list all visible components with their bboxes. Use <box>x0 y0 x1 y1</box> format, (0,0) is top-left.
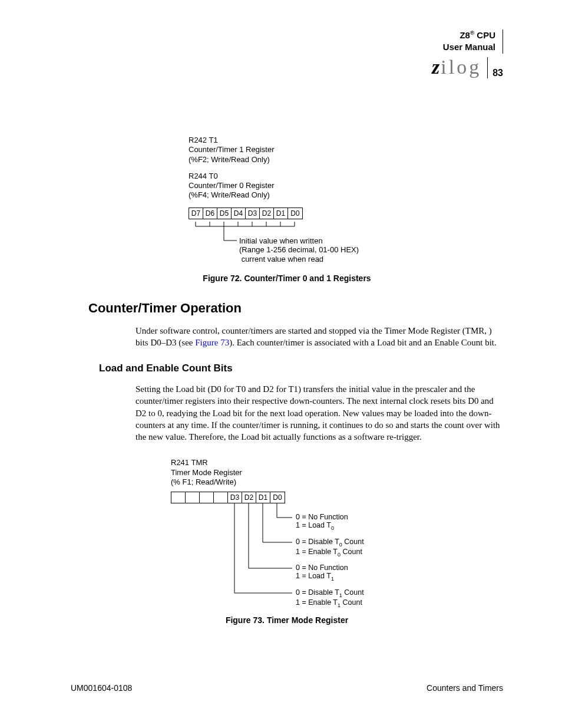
d2-text: 0 = No Function 1 = Load T1 <box>296 564 348 582</box>
page: Z8® CPU User Manual zilog 83 R242 T1 Cou… <box>0 0 562 728</box>
logo-row: zilog 83 <box>432 57 503 78</box>
callout-73-lines-icon <box>171 503 406 615</box>
bit-row-73: D3 D2 D1 D0 <box>171 492 285 503</box>
bit-cell <box>186 492 200 503</box>
bit-cell <box>214 492 228 503</box>
bit-cell: D1 <box>274 208 288 219</box>
bit-cell <box>200 492 214 503</box>
subsection-heading: Load and Enable Count Bits <box>99 363 503 374</box>
bit-cell <box>171 492 186 503</box>
footer-right: Counters and Timers <box>427 683 503 693</box>
d3-text: 0 = Disable T1 Count 1 = Enable T1 Count <box>296 588 364 608</box>
figure-73-diagram: R241 TMR Timer Mode Register (% F1; Read… <box>171 458 503 615</box>
content: R242 T1 Counter/Timer 1 Register (%F2; W… <box>71 29 503 625</box>
bit-cell: D4 <box>232 208 246 219</box>
zilog-logo: zilog <box>432 57 488 78</box>
bit-cell: D0 <box>288 208 302 219</box>
bit-cell: D3 <box>228 492 242 503</box>
reg73-desc: R241 TMR Timer Mode Register (% F1; Read… <box>171 458 503 487</box>
doc-title: Z8® CPU User Manual <box>443 29 503 54</box>
bit-row-72: D7 D6 D5 D4 D3 D2 D1 D0 <box>189 207 303 219</box>
section-heading: Counter/Timer Operation <box>88 301 503 316</box>
figure-73-caption: Figure 73. Timer Mode Register <box>71 615 503 625</box>
d0-text: 0 = No Function 1 = Load T0 <box>296 513 348 531</box>
bit-cell: D2 <box>260 208 274 219</box>
figure-73-link[interactable]: Figure 73 <box>195 338 229 347</box>
bit-cell: D6 <box>203 208 217 219</box>
bit-cell: D5 <box>217 208 232 219</box>
d1-text: 0 = Disable T0 Count 1 = Enable T0 Count <box>296 538 364 558</box>
para-2: Setting the Load bit (D0 for T0 and D2 f… <box>135 383 503 443</box>
figure-72-caption: Figure 72. Counter/Timer 0 and 1 Registe… <box>71 274 503 283</box>
bit-cell: D1 <box>256 492 270 503</box>
reg1-desc: R242 T1 Counter/Timer 1 Register (%F2; W… <box>189 136 503 164</box>
title-line1: Z8® CPU <box>459 30 495 40</box>
figure-72-diagram: R242 T1 Counter/Timer 1 Register (%F2; W… <box>189 136 503 263</box>
page-number: 83 <box>492 68 503 78</box>
callout-72-text: Initial value when written (Range 1-256 … <box>239 236 359 264</box>
footer-left: UM001604-0108 <box>71 683 132 693</box>
bit-cell: D0 <box>270 492 285 503</box>
bit-cell: D7 <box>189 208 203 219</box>
page-footer: UM001604-0108 Counters and Timers <box>71 683 503 693</box>
callout-72: Initial value when written (Range 1-256 … <box>189 222 503 263</box>
bit-cell: D2 <box>242 492 256 503</box>
page-header: Z8® CPU User Manual zilog 83 <box>432 29 503 78</box>
title-line2: User Manual <box>443 42 495 52</box>
para-1: Under software control, counter/timers a… <box>135 325 503 349</box>
callout-73: 0 = No Function 1 = Load T0 0 = Disable … <box>171 503 503 615</box>
bit-cell: D3 <box>246 208 260 219</box>
reg2-desc: R244 T0 Counter/Timer 0 Register (%F4; W… <box>189 172 503 200</box>
